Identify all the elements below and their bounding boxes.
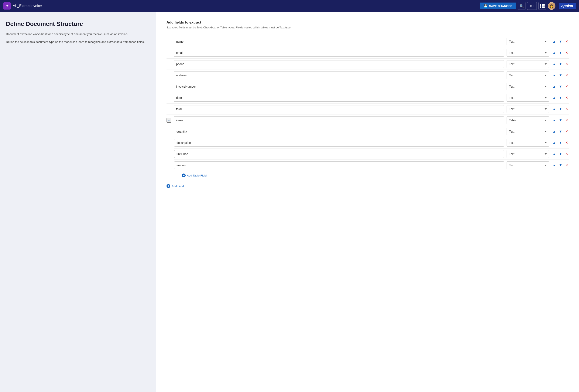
field-type-select[interactable]: TextCheckboxTable bbox=[507, 83, 549, 90]
field-actions: ▲ ▼ ✕ bbox=[552, 129, 569, 134]
field-type-select[interactable]: TextCheckboxTable bbox=[507, 38, 549, 45]
field-actions: ▲ ▼ ✕ bbox=[552, 40, 569, 44]
field-name-input[interactable] bbox=[174, 38, 504, 45]
field-type-select[interactable]: TextCheckboxTable bbox=[507, 49, 549, 57]
move-up-button[interactable]: ▲ bbox=[552, 96, 557, 100]
sidebar: Define Document Structure Document extra… bbox=[0, 12, 156, 392]
delete-button[interactable]: ✕ bbox=[564, 73, 569, 77]
nested-field-row: TextCheckboxTable ▲ ▼ ✕ bbox=[174, 149, 569, 160]
field-type-select[interactable]: TextCheckboxTable bbox=[507, 162, 549, 169]
move-down-button[interactable]: ▼ bbox=[558, 73, 563, 77]
move-down-button[interactable]: ▼ bbox=[558, 107, 563, 111]
move-up-button[interactable]: ▲ bbox=[552, 73, 557, 77]
delete-button[interactable]: ✕ bbox=[564, 84, 569, 89]
move-down-button[interactable]: ▼ bbox=[558, 51, 563, 55]
field-name-input[interactable] bbox=[174, 49, 504, 57]
collapse-button[interactable]: ▾ bbox=[166, 118, 171, 123]
app-title: AL_ExtractInvoice bbox=[13, 4, 42, 8]
add-table-field-container: + Add Table Field bbox=[174, 171, 569, 179]
main-content: Add fields to extract Extracted fields m… bbox=[156, 12, 579, 392]
field-actions: ▲ ▼ ✕ bbox=[552, 118, 569, 122]
settings-button[interactable]: ⚙ ▾ bbox=[527, 2, 537, 10]
move-up-button[interactable]: ▲ bbox=[552, 62, 557, 66]
field-list: TextCheckboxTable ▲ ▼ ✕ TextCheckboxTabl… bbox=[166, 36, 569, 179]
delete-button[interactable]: ✕ bbox=[564, 118, 569, 122]
field-name-input[interactable] bbox=[174, 128, 504, 135]
field-actions: ▲ ▼ ✕ bbox=[552, 84, 569, 89]
move-down-button[interactable]: ▼ bbox=[558, 40, 563, 44]
move-up-button[interactable]: ▲ bbox=[552, 152, 557, 156]
field-actions: ▲ ▼ ✕ bbox=[552, 96, 569, 100]
move-down-button[interactable]: ▼ bbox=[558, 152, 563, 156]
move-up-button[interactable]: ▲ bbox=[552, 40, 557, 44]
field-actions: ▲ ▼ ✕ bbox=[552, 141, 569, 145]
sidebar-title: Define Document Structure bbox=[6, 20, 150, 28]
field-type-select[interactable]: TextCheckboxTable bbox=[507, 60, 549, 68]
move-up-button[interactable]: ▲ bbox=[552, 51, 557, 55]
delete-button[interactable]: ✕ bbox=[564, 96, 569, 100]
search-icon: 🔍 bbox=[519, 4, 524, 8]
add-circle-icon: + bbox=[182, 173, 186, 177]
delete-button[interactable]: ✕ bbox=[564, 163, 569, 167]
delete-button[interactable]: ✕ bbox=[564, 107, 569, 111]
delete-button[interactable]: ✕ bbox=[564, 152, 569, 156]
field-name-input[interactable] bbox=[174, 116, 504, 124]
field-name-input[interactable] bbox=[174, 94, 504, 102]
field-row: TextCheckboxTable ▲ ▼ ✕ bbox=[166, 92, 569, 104]
move-up-button[interactable]: ▲ bbox=[552, 129, 557, 134]
field-type-select[interactable]: TextCheckboxTable bbox=[507, 150, 549, 158]
field-type-select[interactable]: TextCheckboxTable bbox=[507, 71, 549, 79]
field-name-input[interactable] bbox=[174, 162, 504, 169]
field-name-input[interactable] bbox=[174, 60, 504, 68]
field-name-input[interactable] bbox=[174, 71, 504, 79]
add-circle-icon: + bbox=[166, 184, 170, 188]
move-up-button[interactable]: ▲ bbox=[552, 118, 557, 122]
delete-button[interactable]: ✕ bbox=[564, 141, 569, 145]
move-up-button[interactable]: ▲ bbox=[552, 141, 557, 145]
field-actions: ▲ ▼ ✕ bbox=[552, 62, 569, 66]
field-actions: ▲ ▼ ✕ bbox=[552, 73, 569, 77]
move-up-button[interactable]: ▲ bbox=[552, 163, 557, 167]
nested-field-row: TextCheckboxTable ▲ ▼ ✕ bbox=[174, 160, 569, 171]
move-down-button[interactable]: ▼ bbox=[558, 141, 563, 145]
app-logo-icon: ✦ bbox=[3, 2, 11, 9]
app-logo-area: ✦ AL_ExtractInvoice bbox=[3, 2, 477, 9]
delete-button[interactable]: ✕ bbox=[564, 129, 569, 134]
field-row: TextCheckboxTable ▲ ▼ ✕ bbox=[166, 104, 569, 115]
field-actions: ▲ ▼ ✕ bbox=[552, 107, 569, 111]
move-down-button[interactable]: ▼ bbox=[558, 129, 563, 134]
field-name-input[interactable] bbox=[174, 139, 504, 147]
move-down-button[interactable]: ▼ bbox=[558, 96, 563, 100]
move-up-button[interactable]: ▲ bbox=[552, 84, 557, 89]
delete-button[interactable]: ✕ bbox=[564, 51, 569, 55]
field-type-select[interactable]: TextCheckboxTable bbox=[507, 105, 549, 113]
add-field-button[interactable]: + Add Field bbox=[166, 182, 184, 190]
save-changes-button[interactable]: 💾 SAVE CHANGES bbox=[480, 2, 516, 9]
field-type-select[interactable]: TextCheckboxTable bbox=[507, 128, 549, 135]
field-actions: ▲ ▼ ✕ bbox=[552, 163, 569, 167]
delete-button[interactable]: ✕ bbox=[564, 62, 569, 66]
move-down-button[interactable]: ▼ bbox=[558, 62, 563, 66]
field-actions: ▲ ▼ ✕ bbox=[552, 152, 569, 156]
delete-button[interactable]: ✕ bbox=[564, 40, 569, 44]
move-up-button[interactable]: ▲ bbox=[552, 107, 557, 111]
appian-brand-logo: appian bbox=[559, 3, 576, 9]
add-table-field-button[interactable]: + Add Table Field bbox=[182, 172, 207, 179]
grid-menu-button[interactable] bbox=[538, 2, 546, 10]
field-name-input[interactable] bbox=[174, 105, 504, 113]
field-type-select[interactable]: TextCheckboxTable bbox=[507, 116, 549, 124]
move-down-button[interactable]: ▼ bbox=[558, 163, 563, 167]
nested-field-row: TextCheckboxTable ▲ ▼ ✕ bbox=[174, 126, 569, 137]
field-name-input[interactable] bbox=[174, 83, 504, 90]
field-type-select[interactable]: TextCheckboxTable bbox=[507, 94, 549, 102]
nested-fields-container: TextCheckboxTable ▲ ▼ ✕ TextCheckboxTabl… bbox=[166, 126, 569, 179]
user-avatar[interactable]: 👩 bbox=[548, 2, 555, 10]
field-type-select[interactable]: TextCheckboxTable bbox=[507, 139, 549, 147]
sidebar-desc-p2: Define the fields in this document type … bbox=[6, 40, 150, 44]
move-down-button[interactable]: ▼ bbox=[558, 118, 563, 122]
field-name-input[interactable] bbox=[174, 150, 504, 158]
sidebar-description: Document extraction works best for a spe… bbox=[6, 32, 150, 44]
add-field-container: + Add Field bbox=[166, 179, 569, 190]
search-button[interactable]: 🔍 bbox=[518, 2, 525, 10]
move-down-button[interactable]: ▼ bbox=[558, 84, 563, 89]
